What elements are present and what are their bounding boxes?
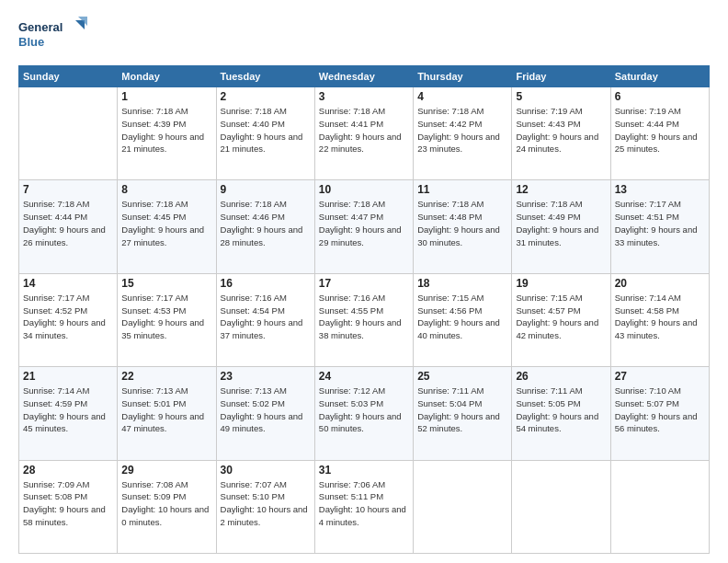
- calendar-cell: 9Sunrise: 7:18 AM Sunset: 4:46 PM Daylig…: [216, 180, 314, 273]
- day-number: 10: [319, 183, 409, 196]
- day-number: 28: [23, 464, 113, 477]
- day-info: Sunrise: 7:14 AM Sunset: 4:59 PM Dayligh…: [23, 385, 113, 435]
- day-number: 30: [221, 464, 311, 477]
- calendar-cell: 5Sunrise: 7:19 AM Sunset: 4:43 PM Daylig…: [512, 87, 610, 180]
- day-number: 14: [23, 277, 113, 290]
- day-number: 5: [516, 90, 606, 103]
- day-number: 20: [615, 277, 705, 290]
- day-info: Sunrise: 7:18 AM Sunset: 4:44 PM Dayligh…: [23, 198, 113, 248]
- day-info: Sunrise: 7:18 AM Sunset: 4:40 PM Dayligh…: [221, 105, 311, 155]
- day-info: Sunrise: 7:17 AM Sunset: 4:51 PM Dayligh…: [615, 198, 705, 248]
- day-info: Sunrise: 7:16 AM Sunset: 4:55 PM Dayligh…: [319, 292, 409, 342]
- calendar-row: 14Sunrise: 7:17 AM Sunset: 4:52 PM Dayli…: [19, 273, 710, 366]
- calendar-cell: 11Sunrise: 7:18 AM Sunset: 4:48 PM Dayli…: [414, 180, 512, 273]
- calendar-cell: [610, 460, 709, 553]
- day-info: Sunrise: 7:09 AM Sunset: 5:08 PM Dayligh…: [23, 478, 113, 529]
- calendar-cell: 2Sunrise: 7:18 AM Sunset: 4:40 PM Daylig…: [216, 87, 314, 180]
- calendar-cell: 7Sunrise: 7:18 AM Sunset: 4:44 PM Daylig…: [19, 180, 118, 273]
- day-info: Sunrise: 7:18 AM Sunset: 4:47 PM Dayligh…: [319, 198, 409, 248]
- day-number: 26: [516, 370, 606, 383]
- day-number: 4: [417, 90, 507, 103]
- day-number: 2: [221, 90, 311, 103]
- day-info: Sunrise: 7:13 AM Sunset: 5:01 PM Dayligh…: [121, 385, 211, 435]
- calendar-table: SundayMondayTuesdayWednesdayThursdayFrid…: [18, 65, 710, 554]
- day-info: Sunrise: 7:08 AM Sunset: 5:09 PM Dayligh…: [121, 478, 211, 529]
- generalblue-logo: General Blue: [18, 15, 92, 56]
- day-info: Sunrise: 7:11 AM Sunset: 5:04 PM Dayligh…: [417, 385, 507, 435]
- weekday-header: Friday: [512, 66, 610, 87]
- day-number: 21: [23, 370, 113, 383]
- calendar-cell: 16Sunrise: 7:16 AM Sunset: 4:54 PM Dayli…: [216, 273, 314, 366]
- day-number: 12: [516, 183, 606, 196]
- day-number: 16: [221, 277, 311, 290]
- calendar-cell: 12Sunrise: 7:18 AM Sunset: 4:49 PM Dayli…: [512, 180, 610, 273]
- day-info: Sunrise: 7:13 AM Sunset: 5:02 PM Dayligh…: [221, 385, 311, 435]
- day-number: 7: [23, 183, 113, 196]
- day-info: Sunrise: 7:14 AM Sunset: 4:58 PM Dayligh…: [615, 292, 705, 342]
- calendar-cell: 22Sunrise: 7:13 AM Sunset: 5:01 PM Dayli…: [118, 367, 216, 460]
- svg-text:Blue: Blue: [18, 35, 44, 49]
- day-info: Sunrise: 7:18 AM Sunset: 4:42 PM Dayligh…: [417, 105, 507, 155]
- day-number: 11: [417, 183, 507, 196]
- day-info: Sunrise: 7:07 AM Sunset: 5:10 PM Dayligh…: [221, 478, 311, 529]
- weekday-header: Sunday: [19, 66, 118, 87]
- calendar-cell: 27Sunrise: 7:10 AM Sunset: 5:07 PM Dayli…: [610, 367, 709, 460]
- calendar-cell: [414, 460, 512, 553]
- day-info: Sunrise: 7:10 AM Sunset: 5:07 PM Dayligh…: [615, 385, 705, 435]
- calendar-cell: 24Sunrise: 7:12 AM Sunset: 5:03 PM Dayli…: [314, 367, 413, 460]
- calendar-cell: 8Sunrise: 7:18 AM Sunset: 4:45 PM Daylig…: [118, 180, 216, 273]
- day-info: Sunrise: 7:15 AM Sunset: 4:57 PM Dayligh…: [516, 292, 606, 342]
- day-info: Sunrise: 7:16 AM Sunset: 4:54 PM Dayligh…: [221, 292, 311, 342]
- day-number: 15: [121, 277, 211, 290]
- day-number: 24: [319, 370, 409, 383]
- calendar-cell: 23Sunrise: 7:13 AM Sunset: 5:02 PM Dayli…: [216, 367, 314, 460]
- header-row: SundayMondayTuesdayWednesdayThursdayFrid…: [19, 66, 710, 87]
- header: General Blue: [18, 15, 710, 56]
- calendar-cell: 26Sunrise: 7:11 AM Sunset: 5:05 PM Dayli…: [512, 367, 610, 460]
- day-number: 25: [417, 370, 507, 383]
- svg-text:General: General: [18, 20, 63, 34]
- calendar-page: General Blue SundayMondayTuesdayWednesda…: [0, 0, 728, 563]
- weekday-header: Wednesday: [314, 66, 413, 87]
- day-number: 18: [417, 277, 507, 290]
- day-number: 13: [615, 183, 705, 196]
- day-info: Sunrise: 7:18 AM Sunset: 4:48 PM Dayligh…: [417, 198, 507, 248]
- calendar-cell: 17Sunrise: 7:16 AM Sunset: 4:55 PM Dayli…: [314, 273, 413, 366]
- day-info: Sunrise: 7:18 AM Sunset: 4:49 PM Dayligh…: [516, 198, 606, 248]
- day-info: Sunrise: 7:11 AM Sunset: 5:05 PM Dayligh…: [516, 385, 606, 435]
- day-number: 27: [615, 370, 705, 383]
- calendar-row: 1Sunrise: 7:18 AM Sunset: 4:39 PM Daylig…: [19, 87, 710, 180]
- calendar-cell: 13Sunrise: 7:17 AM Sunset: 4:51 PM Dayli…: [610, 180, 709, 273]
- day-info: Sunrise: 7:19 AM Sunset: 4:44 PM Dayligh…: [615, 105, 705, 155]
- calendar-cell: [512, 460, 610, 553]
- day-number: 17: [319, 277, 409, 290]
- day-number: 3: [319, 90, 409, 103]
- calendar-cell: 14Sunrise: 7:17 AM Sunset: 4:52 PM Dayli…: [19, 273, 118, 366]
- calendar-cell: 20Sunrise: 7:14 AM Sunset: 4:58 PM Dayli…: [610, 273, 709, 366]
- day-info: Sunrise: 7:17 AM Sunset: 4:52 PM Dayligh…: [23, 292, 113, 342]
- day-info: Sunrise: 7:12 AM Sunset: 5:03 PM Dayligh…: [319, 385, 409, 435]
- day-info: Sunrise: 7:15 AM Sunset: 4:56 PM Dayligh…: [417, 292, 507, 342]
- day-number: 6: [615, 90, 705, 103]
- weekday-header: Tuesday: [216, 66, 314, 87]
- day-number: 31: [319, 464, 409, 477]
- day-number: 8: [121, 183, 211, 196]
- calendar-cell: 10Sunrise: 7:18 AM Sunset: 4:47 PM Dayli…: [314, 180, 413, 273]
- day-info: Sunrise: 7:18 AM Sunset: 4:41 PM Dayligh…: [319, 105, 409, 155]
- weekday-header: Monday: [118, 66, 216, 87]
- day-info: Sunrise: 7:18 AM Sunset: 4:39 PM Dayligh…: [121, 105, 211, 155]
- weekday-header: Saturday: [610, 66, 709, 87]
- day-info: Sunrise: 7:18 AM Sunset: 4:46 PM Dayligh…: [221, 198, 311, 248]
- calendar-cell: 1Sunrise: 7:18 AM Sunset: 4:39 PM Daylig…: [118, 87, 216, 180]
- calendar-cell: 3Sunrise: 7:18 AM Sunset: 4:41 PM Daylig…: [314, 87, 413, 180]
- day-number: 19: [516, 277, 606, 290]
- calendar-row: 28Sunrise: 7:09 AM Sunset: 5:08 PM Dayli…: [19, 460, 710, 553]
- day-number: 9: [221, 183, 311, 196]
- day-info: Sunrise: 7:18 AM Sunset: 4:45 PM Dayligh…: [121, 198, 211, 248]
- weekday-header: Thursday: [414, 66, 512, 87]
- day-number: 22: [121, 370, 211, 383]
- calendar-cell: 29Sunrise: 7:08 AM Sunset: 5:09 PM Dayli…: [118, 460, 216, 553]
- calendar-cell: 25Sunrise: 7:11 AM Sunset: 5:04 PM Dayli…: [414, 367, 512, 460]
- logo: General Blue: [18, 15, 92, 56]
- calendar-cell: 21Sunrise: 7:14 AM Sunset: 4:59 PM Dayli…: [19, 367, 118, 460]
